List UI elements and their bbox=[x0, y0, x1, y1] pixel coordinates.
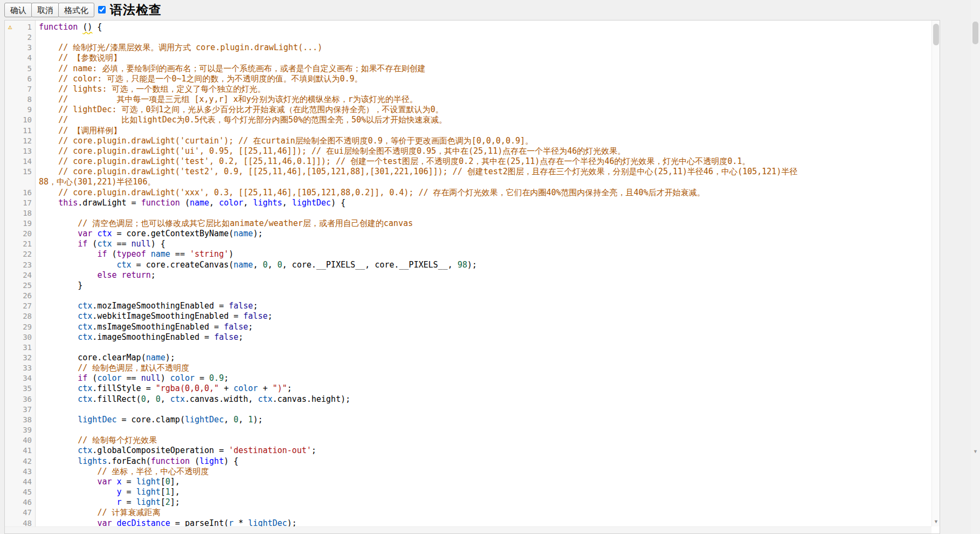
code-line: 40 // 绘制每个灯光效果 bbox=[5, 435, 931, 446]
scrollbar-thumb[interactable] bbox=[933, 24, 939, 45]
code-line: 41 ctx.globalCompositeOperation = 'desti… bbox=[5, 446, 931, 456]
code-line-content bbox=[36, 343, 39, 353]
code-line-content: // core.plugin.drawLight('ui', 0.95, [[2… bbox=[36, 146, 625, 156]
line-number: 21 bbox=[5, 239, 36, 249]
line-number: 12 bbox=[5, 136, 36, 146]
code-line: 6 // color: 可选，只能是一个0~1之间的数，为不透明度的值。不填则默… bbox=[5, 74, 931, 84]
line-number: 37 bbox=[5, 405, 36, 415]
code-line-content: ctx.mozImageSmoothingEnabled = false; bbox=[36, 301, 258, 311]
editor-toolbar: 确认 取消 格式化 语法检查 bbox=[0, 0, 980, 20]
code-line: 11 // 【调用样例】 bbox=[5, 126, 931, 136]
line-number: 17 bbox=[5, 198, 36, 208]
line-number: 14 bbox=[5, 156, 36, 167]
code-line-content: // 绘制色调层，默认不透明度 bbox=[36, 363, 189, 373]
code-line-content: core.clearMap(name); bbox=[36, 353, 175, 363]
line-number: 43 bbox=[5, 467, 36, 477]
line-number: 4 bbox=[5, 53, 36, 63]
scrollbar-down-arrow-icon[interactable]: ▼ bbox=[932, 518, 940, 525]
page-scrollbar-down-arrow-icon[interactable]: ▼ bbox=[972, 448, 979, 455]
line-number: 38 bbox=[5, 415, 36, 425]
code-line-content: r = light[2]; bbox=[36, 497, 180, 508]
code-line-content: else return; bbox=[36, 270, 156, 280]
line-number: 44 bbox=[5, 477, 36, 487]
line-number: 39 bbox=[5, 425, 36, 435]
code-line-content: if (color == null) color = 0.9; bbox=[36, 373, 229, 384]
code-editor[interactable]: 1function () {23 // 绘制灯光/漆黑层效果。调用方式 core… bbox=[4, 20, 940, 534]
code-line: 22 if (typeof name == 'string') bbox=[5, 249, 931, 259]
code-line: 47 // 计算衰减距离 bbox=[5, 508, 931, 518]
editor-vertical-scrollbar[interactable]: ▼ bbox=[931, 20, 940, 526]
line-number: 9 bbox=[5, 105, 36, 115]
line-number: 34 bbox=[5, 373, 36, 384]
code-line: 43 // 坐标，半径，中心不透明度 bbox=[5, 467, 931, 477]
line-number: 24 bbox=[5, 270, 36, 280]
code-lines[interactable]: 1function () {23 // 绘制灯光/漆黑层效果。调用方式 core… bbox=[5, 20, 931, 533]
code-line-content: function () { bbox=[36, 22, 102, 32]
code-line: 42 lights.forEach(function (light) { bbox=[5, 456, 931, 467]
code-line: 10 // 比如lightDec为0.5代表，每个灯光部分内圈50%的范围全亮，… bbox=[5, 115, 931, 125]
warning-icon bbox=[6, 23, 15, 31]
code-line-content bbox=[36, 291, 39, 301]
code-line-content: // core.plugin.drawLight('test2', 0.9, [… bbox=[36, 167, 801, 187]
line-number: 27 bbox=[5, 301, 36, 311]
code-line: 21 if (ctx == null) { bbox=[5, 239, 931, 249]
code-line-content: // 其中每一项是三元组 [x,y,r] x和y分别为该灯光的横纵坐标，r为该灯… bbox=[36, 94, 418, 105]
line-number: 42 bbox=[5, 456, 36, 467]
code-line: 39 bbox=[5, 425, 931, 435]
code-line-content: lights.forEach(function (light) { bbox=[36, 456, 238, 467]
page-scrollbar[interactable]: ▼ bbox=[971, 0, 980, 534]
code-line-content: // name: 必填，要绘制到的画布名；可以是一个系统画布，或者是个自定义画布… bbox=[36, 64, 425, 74]
line-number: 13 bbox=[5, 146, 36, 156]
code-line: 28 ctx.webkitImageSmoothingEnabled = fal… bbox=[5, 311, 931, 321]
code-line-content: // color: 可选，只能是一个0~1之间的数，为不透明度的值。不填则默认为… bbox=[36, 74, 363, 84]
code-line: 18 bbox=[5, 208, 931, 218]
line-number: 2 bbox=[5, 32, 36, 43]
format-button[interactable]: 格式化 bbox=[58, 3, 94, 17]
code-line: 19 // 清空色调层；也可以修改成其它层比如animate/weather层，… bbox=[5, 218, 931, 229]
code-line-content: // 坐标，半径，中心不透明度 bbox=[36, 467, 209, 477]
code-line: 24 else return; bbox=[5, 270, 931, 280]
code-line-content: // 计算衰减距离 bbox=[36, 508, 160, 518]
code-line: 3 // 绘制灯光/漆黑层效果。调用方式 core.plugin.drawLig… bbox=[5, 43, 931, 53]
code-line-content: // core.plugin.drawLight('xxx', 0.3, [[2… bbox=[36, 188, 705, 198]
line-number: 6 bbox=[5, 74, 36, 84]
code-line-content bbox=[36, 425, 39, 435]
code-line-content: var x = light[0], bbox=[36, 477, 180, 487]
code-line: 44 var x = light[0], bbox=[5, 477, 931, 487]
editor-horizontal-scrollbar[interactable] bbox=[5, 526, 931, 533]
code-line: 17 this.drawLight = function (name, colo… bbox=[5, 198, 931, 208]
confirm-button[interactable]: 确认 bbox=[4, 3, 32, 17]
page-scrollbar-thumb[interactable] bbox=[972, 22, 978, 44]
code-line-content: // core.plugin.drawLight('curtain'); // … bbox=[36, 136, 533, 146]
line-number: 8 bbox=[5, 94, 36, 105]
line-number: 40 bbox=[5, 435, 36, 446]
line-number: 32 bbox=[5, 353, 36, 363]
line-number: 45 bbox=[5, 487, 36, 497]
code-line: 16 // core.plugin.drawLight('xxx', 0.3, … bbox=[5, 188, 931, 198]
code-line: 12 // core.plugin.drawLight('curtain'); … bbox=[5, 136, 931, 146]
line-number: 36 bbox=[5, 394, 36, 405]
code-line-content: // core.plugin.drawLight('test', 0.2, [[… bbox=[36, 156, 750, 167]
line-number: 16 bbox=[5, 188, 36, 198]
code-line: 46 r = light[2]; bbox=[5, 497, 931, 508]
code-line-content: // 绘制每个灯光效果 bbox=[36, 435, 157, 446]
line-number: 31 bbox=[5, 343, 36, 353]
code-line-content bbox=[36, 405, 39, 415]
code-line-content: ctx.webkitImageSmoothingEnabled = false; bbox=[36, 311, 273, 321]
line-number: 46 bbox=[5, 497, 36, 508]
cancel-button[interactable]: 取消 bbox=[31, 3, 59, 17]
code-line-content: ctx.fillStyle = "rgba(0,0,0," + color + … bbox=[36, 384, 292, 394]
code-line: 33 // 绘制色调层，默认不透明度 bbox=[5, 363, 931, 373]
syntax-check-checkbox[interactable] bbox=[98, 6, 106, 13]
code-line: 2 bbox=[5, 32, 931, 43]
code-line: 1function () { bbox=[5, 22, 931, 32]
code-line: 31 bbox=[5, 343, 931, 353]
line-number: 20 bbox=[5, 229, 36, 239]
line-number: 30 bbox=[5, 332, 36, 343]
code-line: 45 y = light[1], bbox=[5, 487, 931, 497]
code-line: 35 ctx.fillStyle = "rgba(0,0,0," + color… bbox=[5, 384, 931, 394]
line-number: 5 bbox=[5, 64, 36, 74]
code-line: 30 ctx.imageSmoothingEnabled = false; bbox=[5, 332, 931, 343]
line-number: 41 bbox=[5, 446, 36, 456]
code-line: 34 if (color == null) color = 0.9; bbox=[5, 373, 931, 384]
